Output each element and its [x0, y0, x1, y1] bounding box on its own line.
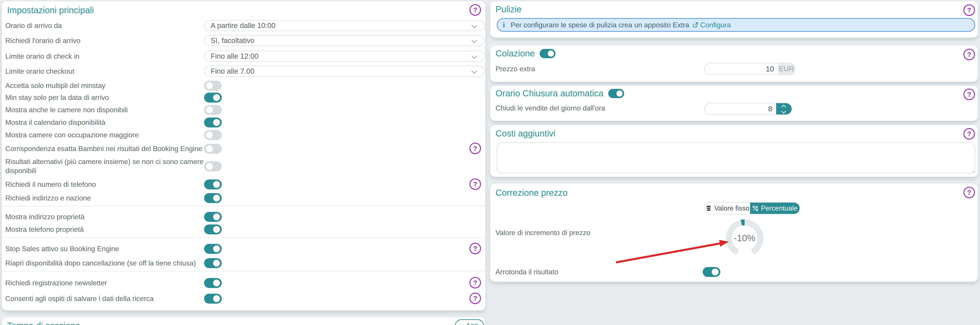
info-icon: i [503, 21, 505, 29]
toggle-knob [213, 213, 220, 220]
help-icon[interactable]: ? [469, 277, 481, 289]
help-icon[interactable]: ? [964, 49, 975, 60]
toggle-row-label: Consenti agli ospiti di salvare i dati d… [5, 294, 154, 303]
toggle-knob [213, 181, 220, 188]
help-icon[interactable]: ? [469, 4, 481, 16]
toggle-knob [206, 145, 213, 152]
open-button-label: Apri [466, 322, 478, 325]
close-sales-label: Chiudi le vendite del giorno dall'ora [495, 104, 605, 113]
stepper-up-icon[interactable] [776, 103, 792, 109]
toggle-knob [213, 195, 220, 201]
additional-costs-textarea[interactable] [497, 143, 975, 173]
help-icon[interactable]: ? [964, 89, 975, 100]
session-card: Tempo di sessione Apri [2, 317, 485, 325]
toggle-knob [213, 246, 220, 252]
help-icon[interactable]: ? [469, 293, 481, 304]
fixed-value-label: Valore fisso [714, 205, 749, 212]
toggle-row-label: Mostra indirizzo proprietà [5, 212, 84, 221]
toggle-knob [213, 280, 220, 286]
dial-value: -10% [726, 219, 764, 257]
toggle-require-phone[interactable] [204, 179, 222, 189]
coins-icon [705, 205, 712, 212]
percent-arrow-icon [752, 205, 759, 212]
toggle-minstay-arrival-only[interactable] [204, 93, 222, 103]
section-title-row: Orario Chiusura automatica [495, 89, 624, 98]
hour-stepper[interactable] [776, 103, 792, 114]
toggle-row-label: Richiedi registrazione newsletter [5, 279, 107, 287]
toggle-knob [616, 90, 623, 97]
toggle-alternative-results[interactable] [204, 162, 222, 171]
toggle-show-higher-occupancy[interactable] [204, 130, 222, 140]
toggle-knob [206, 163, 213, 170]
round-result-label: Arrotonda il risultato [495, 268, 558, 276]
toggle-row-label: Mostra anche le camere non disponibili [5, 105, 128, 114]
toggle-exact-children-match[interactable] [204, 144, 222, 154]
toggle-require-address-country[interactable] [204, 193, 222, 203]
toggle-show-property-phone[interactable] [204, 224, 222, 235]
colazione-toggle[interactable] [539, 49, 555, 58]
toggle-knob [213, 119, 220, 126]
arrival-time-from-select[interactable]: A partire dalle 10:00 [204, 20, 485, 31]
price-mode-segmented: Valore fisso Percentuale [704, 202, 800, 214]
toggle-show-availability-calendar[interactable] [204, 117, 222, 127]
toggle-knob [548, 51, 554, 57]
toggle-knob [213, 94, 220, 101]
toggle-row-label: Richiedi il numero di telefono [5, 180, 96, 189]
toggle-knob [206, 106, 213, 113]
orario-chiusura-card: Orario Chiusura automatica ? Chiudi le v… [490, 86, 978, 121]
toggle-stop-sales[interactable] [204, 244, 222, 254]
help-icon[interactable]: ? [964, 187, 975, 198]
toggle-newsletter[interactable] [204, 278, 222, 288]
section-title: Correzione prezzo [495, 188, 568, 198]
round-result-toggle[interactable] [703, 267, 720, 277]
increment-value-label: Valore di incremento di prezzo [495, 228, 590, 237]
select-row-label: Limite orario checkout [5, 67, 74, 76]
divider [2, 237, 485, 238]
toggle-knob [213, 226, 220, 233]
close-hour-input[interactable] [705, 103, 776, 114]
help-icon[interactable]: ? [964, 128, 975, 140]
select-row-label: Richiedi l'orario di arrivo [5, 36, 80, 45]
toggle-row-label: Stop Sales attivo su Booking Engine [5, 244, 119, 253]
settings-page: { "left_panel": { "title": "Impostazioni… [0, 0, 980, 325]
close-hour-group [704, 103, 792, 115]
section-title: Tempo di sessione [7, 321, 80, 325]
toggle-save-search-data[interactable] [204, 294, 222, 304]
toggle-row-label: Corrispondenza esatta Bambini nei risult… [5, 144, 202, 153]
price-extra-label: Prezzo extra [495, 64, 535, 73]
help-icon[interactable]: ? [469, 243, 481, 254]
stepper-down-icon[interactable] [776, 109, 792, 115]
section-title: Colazione [495, 49, 535, 59]
banner-text: Per configurare le spese di pulizia crea… [511, 21, 689, 29]
percent-dial[interactable]: -10% [726, 219, 764, 257]
help-icon[interactable]: ? [469, 178, 481, 190]
percent-segment[interactable]: Percentuale [750, 203, 800, 214]
toggle-reopen-availability[interactable] [204, 258, 222, 268]
price-extra-input[interactable] [705, 63, 778, 75]
fixed-value-segment[interactable]: Valore fisso [705, 203, 750, 214]
toggle-show-property-address[interactable] [204, 212, 222, 222]
currency-addon: EUR [778, 63, 795, 75]
toggle-row-label: Riapri disponibilità dopo cancellazione … [5, 258, 196, 268]
orario-chiusura-toggle[interactable] [608, 89, 624, 98]
toggle-row-label: Mostra il calendario disponibilità [5, 118, 105, 127]
help-icon[interactable]: ? [964, 5, 975, 16]
toggle-row-label: Mostra telefono proprietà [5, 225, 84, 234]
require-arrival-time-select[interactable]: Sì, facoltativo [204, 35, 485, 46]
toggle-show-unavailable-rooms[interactable] [204, 105, 222, 115]
price-extra-group: EUR [704, 63, 795, 75]
toggle-row-label: Mostra camere con occupazione maggiore [5, 130, 139, 140]
pulizie-card: Pulizie ? i Per configurare le spese di … [490, 1, 978, 38]
checkout-limit-select[interactable]: Fino alle 7.00 [204, 66, 485, 77]
toggle-row-label: Accetta solo multipli del minstay [5, 81, 105, 90]
toggle-knob [712, 269, 719, 275]
help-icon[interactable]: ? [469, 143, 481, 154]
section-title: Costi aggiuntivi [495, 128, 555, 138]
external-link-icon [461, 322, 463, 325]
open-button[interactable]: Apri [455, 319, 484, 325]
toggle-minstay-multiples[interactable] [204, 81, 222, 90]
select-row-label: Orario di arrivo da [5, 21, 62, 30]
configura-link[interactable]: Configura [692, 21, 731, 29]
divider [2, 206, 485, 206]
checkin-limit-select[interactable]: Fino alle 12:00 [204, 51, 485, 62]
